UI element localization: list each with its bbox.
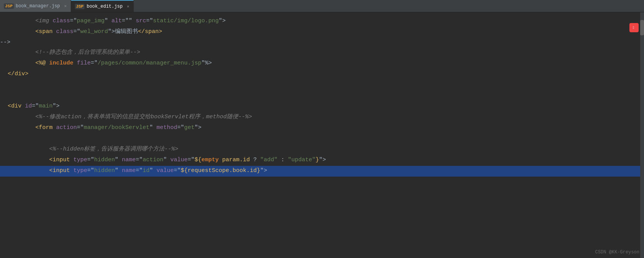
code-line-2: <span class="wel_word">编辑图书</span> [0, 27, 644, 38]
tab-close-2[interactable]: ✕ [127, 4, 129, 9]
code-line-4: <%@ include file="/pages/common/manager_… [0, 58, 644, 69]
tab-label-1: book_manager.jsp [16, 3, 60, 9]
ide-icon-text:  [633, 26, 635, 30]
tab-book-edit[interactable]: JSP book_edit.jsp ✕ [71, 0, 134, 12]
code-line-10: <form action="manager/bookServlet" metho… [0, 123, 644, 134]
code-text: <img [8, 16, 53, 26]
tab-icon-1: JSP [4, 3, 14, 9]
code-line-7 [0, 91, 644, 101]
scrollbar[interactable] [640, 12, 644, 180]
ide-icon-badge:  [629, 23, 639, 32]
tab-label-2: book_edit.jsp [86, 4, 123, 9]
code-line-9: <%--修改action，将表单填写的信息提交给bookServlet程序，me… [0, 112, 644, 123]
code-line-3: <!--静态包含，后台管理系统的菜单--> [0, 48, 644, 58]
code-line-5: </div> [0, 69, 644, 80]
code-line-11 [0, 134, 644, 144]
code-line-6 [0, 80, 644, 91]
tab-close-1[interactable]: ✕ [64, 3, 67, 8]
code-line-13: <input type="hidden" name="action" value… [0, 155, 644, 166]
code-line-1: <img class="page_img" alt="" src="static… [0, 16, 644, 27]
scrollbar-thumb[interactable] [640, 20, 644, 35]
tab-book-manager[interactable]: JSP book_manager.jsp ✕ [0, 0, 71, 12]
code-line-12: <%--hidden标签，告诉服务器调用哪个方法--%> [0, 144, 644, 155]
tab-bar: JSP book_manager.jsp ✕ JSP book_edit.jsp… [0, 0, 644, 12]
code-line-14: <input type="hidden" name="id" value="${… [0, 166, 644, 177]
tab-icon-2: JSP [75, 4, 85, 9]
code-line-8: <div id="main"> [0, 101, 644, 112]
code-editor: <img class="page_img" alt="" src="static… [0, 12, 644, 180]
